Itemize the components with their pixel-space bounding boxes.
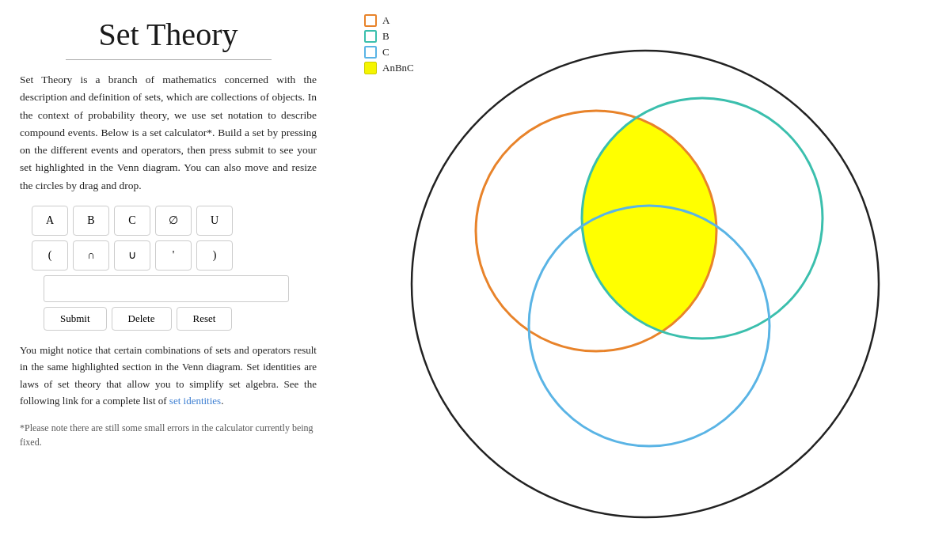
key-U[interactable]: U [196,206,233,236]
legend-label-A: A [382,14,390,27]
key-complement[interactable]: ' [155,240,192,271]
submit-button[interactable]: Submit [44,307,107,331]
bottom-text-1: You might notice that certain combinatio… [20,344,317,407]
legend-item-A: A [364,14,414,27]
key-close-paren[interactable]: ) [196,240,233,271]
key-row-2: ( ∩ ∪ ' ) [32,240,317,271]
key-C[interactable]: C [114,206,150,236]
action-row: Submit Delete Reset [44,307,317,331]
key-union[interactable]: ∪ [114,240,150,271]
page-title: Set Theory [20,16,317,53]
bottom-description: You might notice that certain combinatio… [20,342,317,410]
key-B[interactable]: B [73,206,109,236]
legend-swatch-AnBnC [364,62,377,74]
legend-swatch-A [364,14,377,27]
right-panel: A B C AnBnC [340,0,950,560]
expression-input[interactable] [44,275,289,302]
venn-svg [400,35,891,525]
legend-label-B: B [382,30,390,43]
title-divider [66,59,272,60]
description-text: Set Theory is a branch of mathematics co… [20,71,317,195]
key-A[interactable]: A [32,206,68,236]
key-intersect[interactable]: ∩ [73,240,109,271]
key-row-1: A B C ∅ U [32,206,317,236]
left-panel: Set Theory Set Theory is a branch of mat… [0,0,340,560]
footnote-text: *Please note there are still some small … [20,421,317,449]
keyboard-section: A B C ∅ U ( ∩ ∪ ' ) Submit Delete Reset [32,206,317,331]
legend-swatch-B [364,30,377,43]
bottom-text-2: . [221,395,223,407]
key-open-paren[interactable]: ( [32,240,68,271]
legend-swatch-C [364,46,377,59]
reset-button[interactable]: Reset [177,307,233,331]
title-section: Set Theory [20,16,317,60]
legend-label-C: C [382,46,390,59]
key-empty[interactable]: ∅ [155,206,192,236]
venn-diagram [400,35,891,525]
set-identities-link[interactable]: set identities [169,395,221,407]
delete-button[interactable]: Delete [112,307,172,331]
